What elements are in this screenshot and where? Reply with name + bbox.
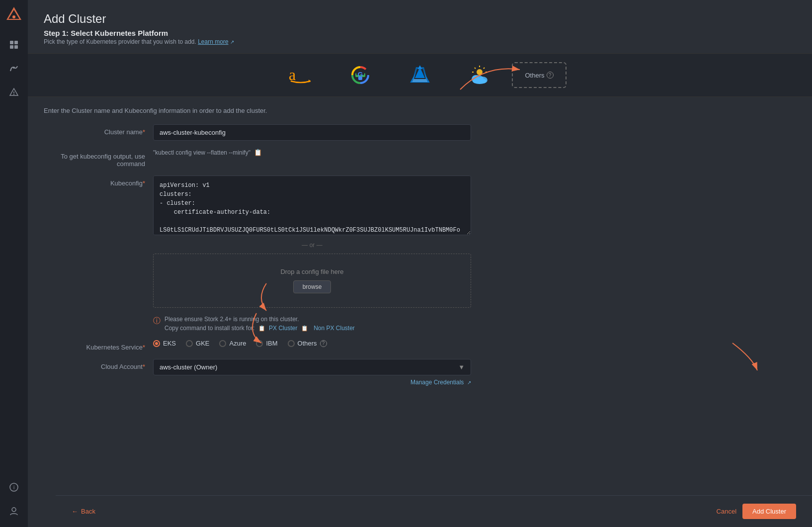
radio-gke[interactable]: GKE <box>186 340 209 347</box>
radio-others[interactable]: Others ? <box>288 340 327 347</box>
cluster-name-input[interactable] <box>153 124 471 141</box>
radio-dot-ibm <box>256 340 263 347</box>
svg-rect-3 <box>10 41 13 44</box>
px-cluster-icon: 📋 <box>301 325 308 331</box>
radio-azure[interactable]: Azure <box>219 340 246 347</box>
cloud-icon <box>468 65 491 85</box>
back-button[interactable]: ← Back <box>72 508 95 515</box>
kubeconfig-command-row: To get kubeconfig output, use command "k… <box>44 149 796 168</box>
manage-credentials-link[interactable]: Manage Credentials <box>410 379 464 386</box>
others-radio-label: Others <box>298 340 317 347</box>
footer-actions: Cancel Add Cluster <box>717 504 796 519</box>
page-header: Add Cluster Step 1: Select Kubernetes Pl… <box>28 0 812 45</box>
copy-command-links: Copy command to install stork for: 📋 PX … <box>164 325 357 332</box>
gke-label: GKE <box>196 340 209 347</box>
px-cluster-link[interactable]: PX Cluster <box>269 325 297 332</box>
info-icon[interactable]: i <box>4 477 24 497</box>
svg-point-37 <box>472 75 479 81</box>
copy-icon-2: 📋 <box>258 325 265 331</box>
svg-text:G: G <box>358 71 363 79</box>
svg-point-2 <box>12 15 15 18</box>
cancel-button[interactable]: Cancel <box>717 508 736 515</box>
azure-icon <box>410 65 430 85</box>
others-help-icon[interactable]: ? <box>547 72 554 79</box>
svg-rect-6 <box>14 45 18 49</box>
cloud-account-control: aws-cluster (Owner) ▼ Manage Credentials… <box>153 359 471 386</box>
k8s-service-radio-group: EKS GKE Azure IBM <box>153 340 471 347</box>
svg-point-12 <box>12 508 16 512</box>
platform-azure[interactable] <box>390 59 450 91</box>
svg-rect-5 <box>10 45 13 49</box>
cloud-account-value: aws-cluster (Owner) <box>160 363 217 371</box>
svg-line-29 <box>484 68 485 69</box>
dashboard-icon[interactable] <box>4 35 24 55</box>
cluster-name-row: Cluster name* <box>44 124 796 141</box>
cloud-account-row: Cloud Account* aws-cluster (Owner) ▼ Man… <box>44 359 796 386</box>
footer: ← Back Cancel Add Cluster <box>56 495 812 527</box>
kubeconfig-command-label: To get kubeconfig output, use command <box>44 149 153 168</box>
radio-dot-azure <box>219 340 226 347</box>
aws-icon: a <box>287 65 315 85</box>
logo[interactable] <box>5 6 22 23</box>
platform-gcp[interactable]: G <box>330 59 390 91</box>
radio-ibm[interactable]: IBM <box>256 340 277 347</box>
form-instruction: Enter the Cluster name and Kubeconfig in… <box>44 107 796 114</box>
cluster-name-label: Cluster name* <box>44 124 153 136</box>
svg-rect-4 <box>14 41 18 44</box>
radio-dot-gke <box>186 340 193 347</box>
alerts-icon[interactable] <box>4 83 24 102</box>
svg-text:i: i <box>13 485 14 490</box>
platform-aws[interactable]: a <box>271 59 330 91</box>
form-area: Enter the Cluster name and Kubeconfig in… <box>28 97 812 527</box>
stork-info-text: Please ensure Stork 2.4+ is running on t… <box>164 316 357 323</box>
k8s-service-control: EKS GKE Azure IBM <box>153 340 471 347</box>
browse-button[interactable]: browse <box>293 280 331 293</box>
kubeconfig-label: Kubeconfig* <box>44 176 153 187</box>
non-px-cluster-link[interactable]: Non PX Cluster <box>314 325 355 332</box>
eks-label: EKS <box>163 340 176 347</box>
step-title: Step 1: Select Kubernetes Platform <box>44 29 796 37</box>
info-message-box: ⓘ Please ensure Stork 2.4+ is running on… <box>153 316 471 332</box>
add-cluster-button[interactable]: Add Cluster <box>742 504 796 519</box>
cloud-account-label: Cloud Account* <box>44 359 153 370</box>
others-radio-help-icon[interactable]: ? <box>320 340 327 347</box>
k8s-service-label: Kubernetes Service* <box>44 340 153 351</box>
svg-line-31 <box>475 68 476 69</box>
svg-point-9 <box>13 94 14 95</box>
drop-config-area[interactable]: Drop a config file here browse <box>153 254 471 308</box>
cluster-name-control <box>153 124 471 141</box>
chevron-down-icon: ▼ <box>458 363 465 371</box>
kubeconfig-command-text: "kubectl config view --flatten --minify"… <box>153 149 262 156</box>
radio-dot-others <box>288 340 295 347</box>
others-label: Others <box>525 72 544 79</box>
kubeconfig-textarea[interactable]: apiVersion: v1 clusters: - cluster: cert… <box>153 176 471 235</box>
kubeconfig-control: apiVersion: v1 clusters: - cluster: cert… <box>153 176 471 308</box>
signal-icon[interactable] <box>4 59 24 79</box>
learn-more-link[interactable]: Learn more <box>198 38 228 45</box>
or-divider: — or — <box>153 242 471 249</box>
svg-point-33 <box>477 69 483 75</box>
back-arrow-icon: ← <box>72 508 78 515</box>
external-link-icon: ↗ <box>230 39 234 45</box>
cloud-account-select[interactable]: aws-cluster (Owner) ▼ <box>153 359 471 375</box>
user-icon[interactable] <box>4 501 24 521</box>
sidebar: i <box>0 0 28 527</box>
copy-command-text: Copy command to install stork for: <box>164 325 254 332</box>
info-alert-icon: ⓘ <box>153 316 161 326</box>
svg-point-7 <box>13 67 15 69</box>
others-option[interactable]: Others ? <box>512 62 567 88</box>
kubeconfig-command-control: "kubectl config view --flatten --minify"… <box>153 149 471 156</box>
platform-selector: a G <box>28 53 812 97</box>
copy-command-icon[interactable]: 📋 <box>254 149 262 156</box>
drop-config-label: Drop a config file here <box>162 268 463 275</box>
platform-cloud[interactable] <box>450 59 509 91</box>
ibm-label: IBM <box>266 340 277 347</box>
radio-eks[interactable]: EKS <box>153 340 176 347</box>
page-title: Add Cluster <box>44 12 796 26</box>
azure-label: Azure <box>229 340 246 347</box>
manage-creds-row: Manage Credentials ↗ <box>153 378 471 386</box>
radio-dot-eks <box>153 340 160 347</box>
gcp-icon: G <box>349 64 371 86</box>
platform-others[interactable]: Others ? <box>509 59 569 91</box>
kubeconfig-row: Kubeconfig* apiVersion: v1 clusters: - c… <box>44 176 796 308</box>
